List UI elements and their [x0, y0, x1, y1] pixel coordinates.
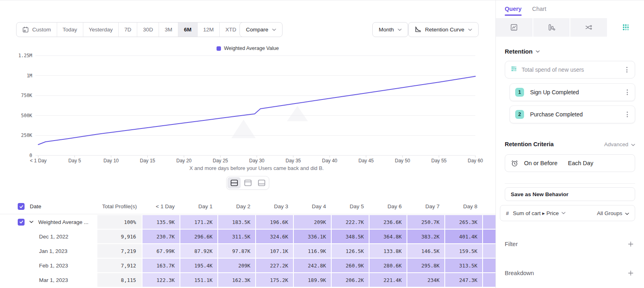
behavior-name: Total spend of new users: [522, 66, 620, 73]
select-all-checkbox[interactable]: [18, 203, 25, 210]
retention-value-cell: 122.3K: [142, 273, 180, 287]
step-event-name: Purchase Completed: [530, 111, 619, 118]
tab-chart[interactable]: Chart: [532, 6, 546, 16]
total-profiles-cell: 100%: [97, 215, 142, 229]
column-header: Day 1: [180, 203, 217, 209]
retention-value-cell: 265.3K: [445, 215, 482, 229]
kebab-menu-icon[interactable]: [625, 110, 630, 119]
retention-value-cell: 146.5K: [407, 244, 444, 258]
retention-value-cell: 206.2K: [332, 273, 369, 287]
numeric-property-icon: #: [506, 210, 509, 216]
criteria-title: Retention Criteria: [505, 141, 554, 147]
breakdown-row: Breakdown: [505, 269, 635, 278]
alarm-clock-icon: [511, 160, 518, 167]
retention-value-cell: 175.2K: [256, 273, 293, 287]
retention-value-cell: 135.9K: [142, 215, 180, 229]
behavior-step[interactable]: 1Sign Up Completed: [510, 83, 635, 101]
x-axis-tick: Day 5: [68, 158, 81, 164]
retention-value-cell-partial: [483, 273, 495, 287]
retention-value-cell: 163.7K: [142, 259, 180, 272]
retention-value-cell: 67.99K: [142, 244, 180, 258]
retention-value-cell: 87.92K: [180, 244, 217, 258]
table-only-view-button[interactable]: [241, 177, 254, 189]
funnels-icon[interactable]: [533, 18, 570, 37]
add-filter-button[interactable]: [626, 240, 635, 249]
insights-icon[interactable]: [496, 18, 533, 37]
column-header: Day 5: [332, 203, 369, 209]
retention-icon[interactable]: [608, 18, 644, 37]
retention-value-cell: 260.9K: [332, 259, 369, 272]
retention-value-cell: 227.2K: [256, 259, 293, 272]
y-axis-tick: 1.25M: [18, 53, 32, 58]
row-label: Jan 1, 2023: [0, 244, 97, 258]
kebab-menu-icon[interactable]: [625, 65, 629, 74]
retention-value-cell: 247.3K: [445, 273, 482, 287]
retention-value-cell: 401.4K: [445, 230, 482, 243]
retention-value-cell: 348.5K: [332, 230, 369, 243]
retention-value-cell: 364.8K: [369, 230, 407, 243]
group-dropdown[interactable]: All Groups: [597, 210, 629, 216]
retention-value-cell: 209K: [294, 215, 331, 229]
weighted-average-line: [38, 77, 475, 145]
chart-x-axis-caption: X and more days before your Users came b…: [36, 165, 477, 171]
x-axis-tick: Day 60: [468, 158, 483, 164]
tab-query[interactable]: Query: [505, 6, 522, 16]
x-axis-tick: Day 25: [213, 158, 228, 164]
retention-value-cell: 296.6K: [180, 230, 217, 243]
chart-only-view-button[interactable]: [255, 177, 268, 189]
retention-value-cell-partial: [483, 244, 495, 258]
row-label: Mar 1, 2023: [0, 273, 97, 287]
column-header: Day 8: [445, 203, 482, 209]
retention-value-cell: 183.5K: [218, 215, 255, 229]
column-header: Day 6: [369, 203, 407, 209]
section-title: Retention: [505, 48, 533, 55]
retention-value-cell: 133.8K: [369, 244, 407, 258]
retention-line-chart: 0250K500K750K1M1.25M< 1 DayDay 5Day 10Da…: [0, 0, 495, 186]
save-as-new-behavior-button[interactable]: Save as New Behavior: [505, 187, 635, 201]
y-axis-tick: 500K: [21, 113, 32, 118]
filter-row: Filter: [505, 240, 635, 249]
total-profiles-cell: 7,912: [97, 259, 142, 272]
x-axis-tick: Day 15: [140, 158, 155, 164]
row-expand-chevron-icon[interactable]: [29, 221, 33, 223]
step-number-badge: 1: [515, 88, 524, 97]
retention-section-toggle[interactable]: Retention: [505, 48, 635, 55]
criteria-mode-dropdown[interactable]: Advanced: [604, 141, 635, 147]
retention-value-cell: 383.2K: [407, 230, 444, 243]
retention-value-cell: 195.4K: [180, 259, 217, 272]
retention-value-cell: 196.6K: [256, 215, 293, 229]
total-profiles-cell: 9,916: [97, 230, 142, 243]
retention-value-cell: 236.6K: [369, 215, 407, 229]
measure-card: # Sum of cart ▸ Price All Groups: [500, 205, 635, 221]
retention-value-cell: 126.5K: [332, 244, 369, 258]
y-axis-tick: 250K: [21, 133, 32, 138]
y-axis-tick: 750K: [21, 93, 32, 98]
retention-value-cell: 222.7K: [332, 215, 369, 229]
layout-view-toggle: [226, 176, 269, 190]
behavior-card[interactable]: Total spend of new users: [505, 61, 635, 79]
kebab-menu-icon[interactable]: [625, 88, 630, 97]
criteria-condition[interactable]: On or Before: [524, 160, 557, 166]
retention-value-cell: 280.6K: [369, 259, 407, 272]
row-checkbox[interactable]: [18, 219, 25, 226]
flows-icon[interactable]: [570, 18, 607, 37]
retention-value-cell: 209K: [218, 259, 255, 272]
total-profiles-cell: 7,219: [97, 244, 142, 258]
sidebar-tabs: QueryChart: [496, 0, 644, 16]
criteria-frequency[interactable]: Each Day: [568, 160, 593, 166]
split-view-button[interactable]: [227, 177, 241, 189]
retention-value-cell: 221.4K: [369, 273, 407, 287]
add-breakdown-button[interactable]: [626, 269, 635, 278]
x-axis-tick: Day 45: [358, 158, 374, 164]
retention-value-cell: 313.5K: [445, 259, 482, 272]
watermark-triangle: [287, 106, 308, 121]
behavior-step[interactable]: 2Purchase Completed: [510, 106, 635, 123]
breakdown-label: Breakdown: [505, 270, 534, 276]
y-axis-tick: 1M: [27, 73, 32, 79]
column-header: Total Profile(s): [97, 203, 142, 209]
retention-criteria-row: Retention Criteria Advanced: [505, 141, 635, 147]
chevron-down-icon: [536, 50, 540, 53]
column-header: Day 2: [218, 203, 255, 209]
measure-property-dropdown[interactable]: Sum of cart ▸ Price: [513, 210, 566, 216]
table-row: Jan 1, 20237,21967.99K87.92K97.87K107.1K…: [0, 244, 495, 258]
